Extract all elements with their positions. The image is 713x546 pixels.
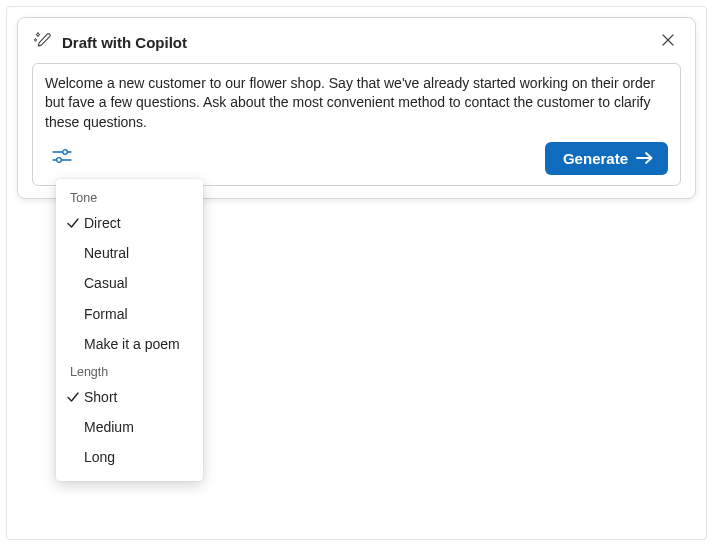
generate-button-label: Generate xyxy=(563,150,628,167)
controls-row: Generate xyxy=(45,142,668,175)
copilot-draft-card: Draft with Copilot Welcome a new custome… xyxy=(17,17,696,199)
option-label: Formal xyxy=(84,305,128,323)
tone-option-poem[interactable]: Make it a poem xyxy=(56,329,203,359)
svg-point-3 xyxy=(57,158,62,163)
option-label: Make it a poem xyxy=(84,335,180,353)
sparkle-pencil-icon xyxy=(32,30,52,54)
tone-option-direct[interactable]: Direct xyxy=(56,208,203,238)
arrow-right-icon xyxy=(636,151,654,165)
option-label: Long xyxy=(84,448,115,466)
option-label: Neutral xyxy=(84,244,129,262)
option-label: Direct xyxy=(84,214,121,232)
tone-option-formal[interactable]: Formal xyxy=(56,299,203,329)
tone-option-neutral[interactable]: Neutral xyxy=(56,238,203,268)
check-icon xyxy=(64,216,82,230)
close-icon xyxy=(661,33,675,51)
card-header: Draft with Copilot xyxy=(18,18,695,63)
length-option-short[interactable]: Short xyxy=(56,382,203,412)
prompt-box: Welcome a new customer to our flower sho… xyxy=(32,63,681,186)
prompt-text[interactable]: Welcome a new customer to our flower sho… xyxy=(45,74,668,132)
dropdown-section-length: Length xyxy=(56,359,203,382)
page-container: Draft with Copilot Welcome a new custome… xyxy=(6,6,707,540)
dropdown-section-tone: Tone xyxy=(56,185,203,208)
length-option-medium[interactable]: Medium xyxy=(56,412,203,442)
length-option-long[interactable]: Long xyxy=(56,442,203,472)
tone-option-casual[interactable]: Casual xyxy=(56,268,203,298)
svg-point-1 xyxy=(63,150,68,155)
option-label: Casual xyxy=(84,274,128,292)
option-label: Medium xyxy=(84,418,134,436)
sliders-icon xyxy=(51,147,73,169)
adjust-settings-button[interactable] xyxy=(45,143,79,173)
generate-button[interactable]: Generate xyxy=(545,142,668,175)
option-label: Short xyxy=(84,388,117,406)
adjust-dropdown: Tone Direct Neutral Casual Formal Make i… xyxy=(56,179,203,481)
close-button[interactable] xyxy=(655,29,681,55)
check-icon xyxy=(64,390,82,404)
card-title: Draft with Copilot xyxy=(62,34,655,51)
